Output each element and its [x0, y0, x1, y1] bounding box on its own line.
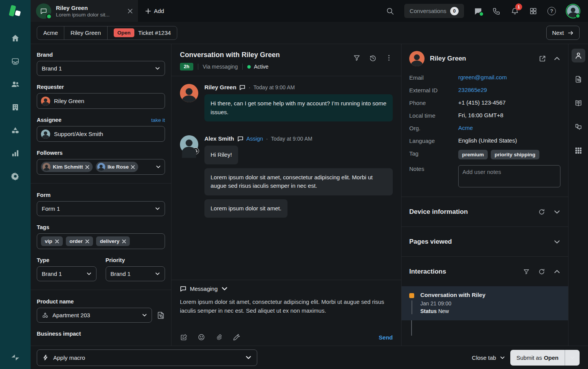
tag-chip[interactable]: vip [41, 236, 63, 246]
remove-follower-icon[interactable] [131, 165, 135, 169]
messaging-status-icon[interactable] [474, 7, 482, 15]
message-bubble: Hi Riley! [204, 146, 238, 164]
user-notes-input[interactable] [458, 165, 560, 187]
next-button[interactable]: Next [546, 26, 580, 40]
type-select[interactable]: Brand 1 [37, 266, 96, 281]
apps-grid-icon[interactable] [572, 144, 585, 157]
compose-note-icon[interactable] [180, 333, 188, 341]
home-icon[interactable] [10, 33, 20, 43]
send-button[interactable]: Send [379, 334, 393, 341]
section-title: Interactions [409, 268, 523, 276]
follower-chip[interactable]: Kim Schmitt [41, 162, 93, 172]
composer-text-input[interactable]: Lorem ipsum dolor sit amet, consectetur … [180, 297, 393, 330]
help-icon[interactable]: ? [547, 7, 556, 15]
emoji-icon[interactable] [198, 333, 205, 341]
agent-avatar[interactable] [566, 4, 580, 18]
collapse-chevron-up-icon[interactable] [554, 268, 560, 275]
user-tag-chip[interactable]: premium [458, 150, 488, 159]
shapes-icon [42, 312, 49, 319]
knowledge-search-icon[interactable] [572, 72, 585, 86]
priority-select[interactable]: Brand 1 [106, 266, 165, 281]
interaction-item[interactable]: Conversation with Riley Jan 21 09:00 Sta… [402, 286, 568, 320]
follower-avatar [97, 163, 105, 171]
customers-icon[interactable] [10, 79, 20, 89]
ai-assist-icon[interactable] [233, 333, 240, 341]
interaction-title: Conversation with Riley [420, 292, 485, 298]
expand-chevron-down-icon[interactable] [554, 208, 560, 215]
history-icon[interactable] [369, 54, 377, 62]
followers-label: Followers [37, 150, 165, 156]
tab-close-icon[interactable] [127, 8, 133, 14]
knowledge-book-icon[interactable] [572, 96, 585, 110]
apply-macro-select[interactable]: Apply macro [37, 349, 257, 366]
device-information-section[interactable]: Device information [402, 197, 568, 226]
admin-gear-icon[interactable] [10, 171, 20, 181]
product-select[interactable]: Apartment 203 [37, 308, 152, 323]
type-priority-row: Type Brand 1 Priority Brand 1 [37, 257, 165, 281]
take-it-link[interactable]: take it [151, 117, 165, 123]
remove-follower-icon[interactable] [85, 165, 89, 169]
search-icon[interactable] [386, 7, 394, 15]
organizations-icon[interactable] [10, 102, 20, 112]
phone-icon[interactable] [492, 7, 501, 15]
section-divider [31, 290, 171, 290]
open-in-new-icon[interactable] [539, 55, 546, 62]
external-id-link[interactable]: 232865e29 [458, 87, 487, 93]
expand-chevron-down-icon[interactable] [554, 238, 560, 245]
apps-grid-icon[interactable] [529, 7, 537, 15]
form-select[interactable]: Form 1 [37, 201, 165, 216]
tags-input[interactable]: vip order delivery [37, 233, 165, 249]
filter-icon[interactable] [523, 268, 530, 275]
side-conversations-icon[interactable] [572, 120, 585, 134]
context-rail [568, 44, 588, 346]
submit-button[interactable]: Submit as Open [510, 350, 565, 366]
breadcrumb-ticket-seg[interactable]: Open Ticket #1234 [108, 26, 177, 39]
customer-avatar [180, 84, 198, 102]
remove-tag-icon[interactable] [122, 239, 126, 243]
user-tag-chip[interactable]: priority shipping [491, 150, 539, 159]
lookup-records-icon[interactable] [157, 311, 165, 320]
follower-name: Kim Schmitt [53, 164, 83, 170]
tag-chip[interactable]: delivery [96, 236, 130, 246]
submit-options-caret[interactable] [565, 350, 580, 366]
user-profile-icon[interactable] [572, 49, 585, 62]
active-status-dot [247, 65, 251, 69]
filter-icon[interactable] [353, 54, 361, 62]
brand-select[interactable]: Brand 1 [37, 61, 165, 76]
interaction-status-value: New [438, 308, 449, 314]
conversations-counter[interactable]: Conversations 0 [404, 4, 464, 18]
remove-tag-icon[interactable] [85, 239, 89, 243]
assignee-input[interactable]: Support/Alex Smith [37, 126, 165, 142]
message-list[interactable]: Riley Green Today at 9:00 AM Hi there, c… [172, 76, 401, 280]
tag-chip[interactable]: order [66, 236, 93, 246]
pages-viewed-section[interactable]: Pages viewed [402, 226, 568, 256]
close-tab-control[interactable]: Close tab [472, 354, 505, 361]
product-name-label: Product name [37, 298, 165, 305]
business-impact-label: Business impact [37, 331, 165, 337]
assign-link[interactable]: Assign [247, 136, 263, 142]
followers-input[interactable]: Kim Schmitt Ike Rose [37, 159, 165, 175]
apps-icon[interactable] [10, 125, 20, 135]
overflow-menu-icon[interactable] [385, 54, 393, 62]
views-icon[interactable] [10, 56, 20, 66]
notifications-bell-icon[interactable]: 1 [511, 7, 519, 15]
breadcrumb-person[interactable]: Riley Green [64, 26, 107, 39]
follower-chip[interactable]: Ike Rose [96, 162, 139, 172]
add-label: Add [154, 8, 164, 14]
message-timestamp: Today at 9:00 AM [266, 136, 312, 142]
conversation-tab[interactable]: Riley Green Lorem ipsum dolor sit... [31, 0, 139, 22]
remove-tag-icon[interactable] [55, 239, 59, 243]
add-tab-button[interactable]: Add [139, 0, 171, 22]
collapse-chevron-up-icon[interactable] [554, 55, 560, 62]
org-link[interactable]: Acme [458, 125, 473, 131]
breadcrumb-org[interactable]: Acme [37, 26, 64, 39]
requester-input[interactable]: Riley Green [37, 93, 165, 109]
reporting-icon[interactable] [10, 148, 20, 158]
refresh-icon[interactable] [538, 268, 545, 275]
conversation-meta: 2h Via messaging Active [180, 63, 280, 71]
interactions-section-header[interactable]: Interactions [402, 256, 568, 286]
email-link[interactable]: rgreen@gmail.com [458, 74, 507, 80]
composer-channel-selector[interactable]: Messaging [180, 285, 393, 292]
attachment-icon[interactable] [215, 333, 223, 341]
refresh-icon[interactable] [538, 208, 545, 215]
